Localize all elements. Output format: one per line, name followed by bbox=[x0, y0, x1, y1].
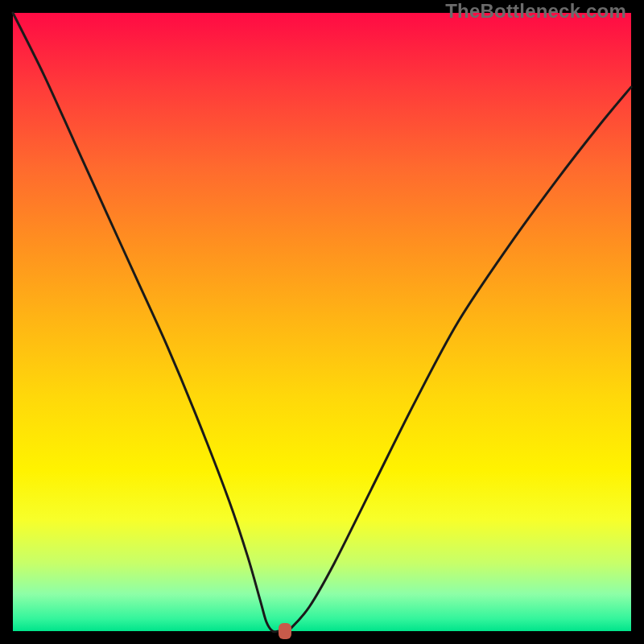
chart-frame: TheBottleneck.com bbox=[0, 0, 644, 644]
bottleneck-curve bbox=[13, 13, 631, 631]
plot-area bbox=[13, 13, 631, 631]
watermark-text: TheBottleneck.com bbox=[445, 0, 626, 23]
optimal-point-marker bbox=[279, 623, 291, 639]
